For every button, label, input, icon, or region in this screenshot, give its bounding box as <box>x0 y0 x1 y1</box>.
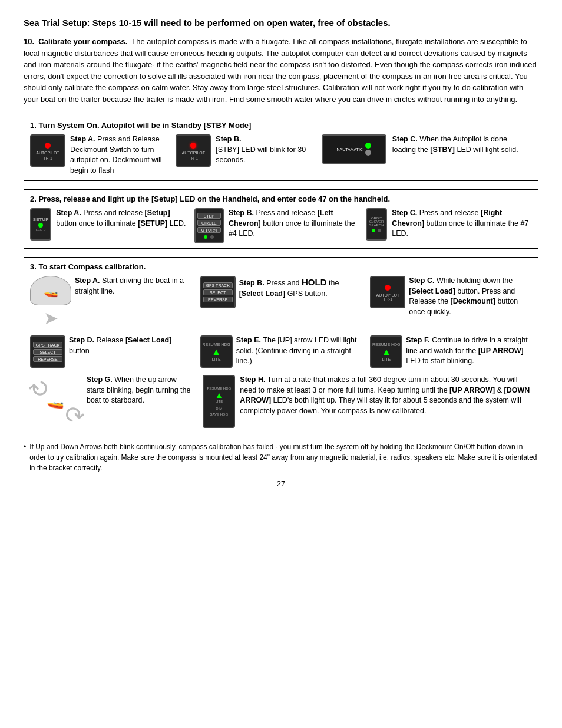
section3-stepD: GPS TRACK SELECT LOAD REVERSE Step D. Re… <box>30 335 192 368</box>
section3-stepD-text: Step D. Release [Select Load] button <box>69 335 192 356</box>
deckmount-device3-img: AUTOPILOT TR-1 <box>370 276 405 308</box>
section3-stepA-text: Step A. Start driving the boat in a stra… <box>75 276 192 297</box>
btn-reverse2: REVERSE <box>33 356 62 362</box>
section2-stepB-text: Step B. Press and release [Left Chevron]… <box>229 208 358 239</box>
section3-stepH: RESUME HDG ▲ LITE DIM SAVE HDG Step H. T… <box>203 375 532 428</box>
gps-device-img: GPS TRACK SELECT LOAD REVERSE <box>200 276 236 308</box>
section3-stepC: AUTOPILOT TR-1 Step C. While holding dow… <box>370 276 532 317</box>
section3-stepG: ↻ ↻ 🚤 Step G. When the up arrow starts b… <box>30 375 194 428</box>
section2-steps: SETUP LED 0 Step A. Press and release [S… <box>30 208 532 243</box>
btn-select-load2: SELECT LOAD <box>33 349 62 355</box>
naut-dot-stby <box>365 150 371 156</box>
arrow-graphic: ➤ <box>44 308 58 328</box>
section-1-box: 1. Turn System On. Autopilot will be in … <box>24 116 538 181</box>
section2-stepB: STEP CIRCLE U TURN Step B. Press and rel… <box>194 208 358 243</box>
deckmount-device-img: AUTOPILOT TR-1 <box>30 134 65 167</box>
section-2-title: 2. Press, release and light up the [Setu… <box>30 195 532 203</box>
bullet-marker: • <box>24 442 26 473</box>
orbit-device-img: ORBIT CLOVER SEARCH <box>366 208 387 241</box>
section1-stepA: AUTOPILOT TR-1 Step A. Press and Release… <box>30 134 170 176</box>
resume-device2-img: RESUME HDG ▲ LITE <box>370 335 402 368</box>
section1-stepC: Step C. When the Autopilot is done loadi… <box>392 134 532 155</box>
resume-tall-device-img: RESUME HDG ▲ LITE DIM SAVE HDG <box>203 375 235 428</box>
section3-stepA: 🚤 ➤ Step A. Start driving the boat in a … <box>30 276 192 328</box>
section1-stepA-text: Step A. Press and Release Deckmount Swit… <box>70 134 170 176</box>
naut-dots <box>365 143 371 156</box>
intro-body: The autopilot compass is made with a flu… <box>24 37 537 104</box>
main-title: Sea Trial Setup: Steps 10-15 will need t… <box>24 18 538 28</box>
section3-row2: GPS TRACK SELECT LOAD REVERSE Step D. Re… <box>30 335 532 368</box>
bullet-section: • If Up and Down Arrows both blink conti… <box>24 442 538 473</box>
btn-reverse: REVERSE <box>203 297 233 302</box>
section3-row3: ↻ ↻ 🚤 Step G. When the up arrow starts b… <box>30 375 532 428</box>
btn-uturn: U TURN <box>197 227 221 233</box>
section2-stepA: SETUP LED 0 Step A. Press and release [S… <box>30 208 186 241</box>
section2-stepC: ORBIT CLOVER SEARCH Step C. Press and re… <box>366 208 532 241</box>
naut-label: NAUTAMATIC <box>336 147 362 151</box>
section3-stepH-text: Step H. Turn at a rate that makes a full… <box>240 375 532 416</box>
section3-stepF-text: Step F. Continue to drive in a straight … <box>406 335 532 367</box>
section3-stepE: RESUME HDG ▲ LITE Step E. The [UP] arrow… <box>200 335 362 368</box>
btn-select-load: SELECT LOAD <box>203 289 233 295</box>
page-number: 27 <box>24 479 538 488</box>
bullet-text: If Up and Down Arrows both blink continu… <box>29 442 538 473</box>
section2-stepA-text: Step A. Press and release [Setup] button… <box>56 208 186 229</box>
setup-device-img: SETUP LED 0 <box>30 208 51 241</box>
btn-gps-track2: GPS TRACK <box>33 342 62 348</box>
btn-gps-track: GPS TRACK <box>203 282 233 288</box>
section-3-title: 3. To start Compass calibration. <box>30 262 532 271</box>
section3-stepE-text: Step E. The [UP] arrow LED will light so… <box>236 335 362 367</box>
section3-stepF: RESUME HDG ▲ LITE Step F. Continue to dr… <box>370 335 532 368</box>
nautamatic-device-img: NAUTAMATIC <box>322 134 386 164</box>
section-1-title: 1. Turn System On. Autopilot will be in … <box>30 121 532 130</box>
boat-img: 🚤 <box>30 276 71 305</box>
gps-device2-img: GPS TRACK SELECT LOAD REVERSE <box>30 335 65 368</box>
deckmount-device2-img: AUTOPILOT TR-1 <box>176 134 211 167</box>
handheld-stepB-img: STEP CIRCLE U TURN <box>194 208 224 243</box>
section-1-steps: AUTOPILOT TR-1 Step A. Press and Release… <box>30 134 532 176</box>
section3-stepG-text: Step G. When the up arrow starts blinkin… <box>87 375 194 406</box>
section2-stepC-text: Step C. Press and release [Right Chevron… <box>392 208 532 239</box>
section3-stepC-text: Step C. While holding down the [Select L… <box>409 276 532 317</box>
section3-row1: 🚤 ➤ Step A. Start driving the boat in a … <box>30 276 532 328</box>
stepA-visual: 🚤 ➤ <box>30 276 71 328</box>
section3-stepB-text: Step B. Press and HOLD the [Select Load]… <box>239 276 362 299</box>
section-3-box: 3. To start Compass calibration. 🚤 ➤ Ste… <box>24 257 538 433</box>
intro-label: Calibrate your compass. <box>38 37 127 46</box>
intro-number: 10. <box>24 37 34 46</box>
section-2-box: 2. Press, release and light up the [Setu… <box>24 189 538 249</box>
intro-paragraph: 10. Calibrate your compass. The autopilo… <box>24 36 538 105</box>
naut-dot-auto <box>365 143 371 149</box>
section1-stepB-text: Step B. [STBY] LED will blink for 30 sec… <box>216 134 315 166</box>
turning-boat-visual: ↻ ↻ 🚤 <box>30 375 83 428</box>
section1-stepC-text: Step C. When the Autopilot is done loadi… <box>392 134 532 155</box>
btn-circle: CIRCLE <box>197 220 221 226</box>
resume-device-img: RESUME HDG ▲ LITE <box>200 335 233 368</box>
section3-stepB: GPS TRACK SELECT LOAD REVERSE Step B. Pr… <box>200 276 362 308</box>
section1-stepB: AUTOPILOT TR-1 Step B. [STBY] LED will b… <box>176 134 315 167</box>
btn-step: STEP <box>197 213 221 219</box>
